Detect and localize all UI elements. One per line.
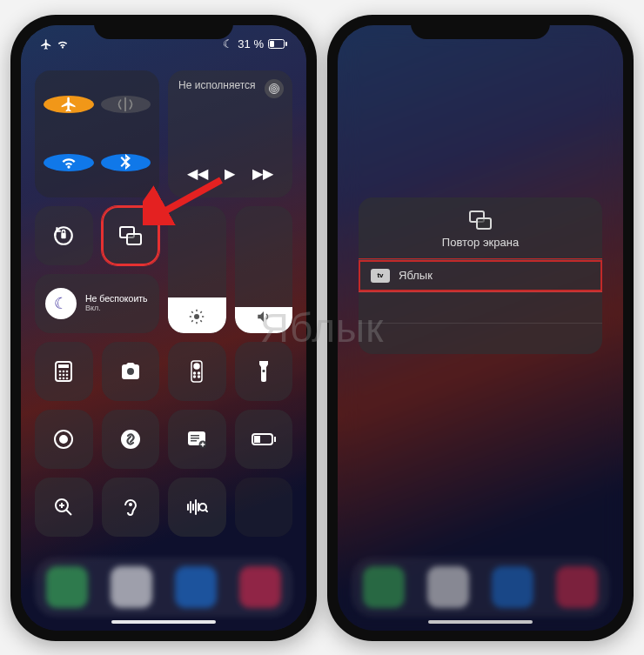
iphone-left: ☾ 31 %: [10, 15, 317, 641]
svg-rect-63: [477, 218, 491, 229]
battery-percent-label: 31 %: [238, 37, 264, 50]
dock-blurred: [352, 558, 609, 617]
apple-tv-remote-button[interactable]: [168, 342, 226, 401]
svg-point-32: [194, 364, 199, 369]
shazam-button[interactable]: [102, 410, 160, 469]
quick-note-button[interactable]: [168, 410, 226, 469]
dock-blurred: [35, 558, 292, 617]
svg-point-36: [198, 376, 200, 378]
media-not-playing-label: Не исполняется: [178, 79, 256, 91]
svg-line-13: [191, 311, 193, 313]
airplane-mode-toggle[interactable]: [44, 96, 94, 113]
svg-line-17: [191, 320, 193, 322]
popup-title-label: Повтор экрана: [442, 236, 519, 249]
low-power-button[interactable]: [235, 410, 293, 469]
svg-point-3: [273, 87, 276, 90]
svg-point-39: [60, 436, 67, 443]
svg-point-53: [129, 503, 132, 506]
svg-point-34: [198, 372, 200, 374]
empty-row: [359, 323, 602, 354]
svg-rect-47: [274, 437, 276, 442]
svg-line-14: [201, 320, 203, 322]
empty-slot: [235, 478, 293, 537]
wifi-status-icon: [57, 38, 69, 50]
svg-rect-42: [191, 435, 199, 437]
svg-point-30: [127, 368, 134, 375]
svg-line-18: [201, 311, 203, 313]
flashlight-button[interactable]: [235, 342, 293, 401]
focus-subtitle-label: Вкл.: [85, 304, 148, 313]
screen-record-button[interactable]: [35, 410, 93, 469]
svg-rect-44: [191, 440, 197, 442]
device-name-label: Яблык: [399, 269, 433, 282]
calculator-button[interactable]: [35, 342, 93, 401]
notch: [411, 15, 550, 39]
rotation-lock-button[interactable]: [35, 206, 93, 265]
dnd-status-icon: ☾: [223, 37, 233, 50]
svg-rect-43: [191, 438, 199, 439]
play-button[interactable]: ▶: [225, 165, 235, 182]
media-module[interactable]: Не исполняется ◀◀ ▶ ▶▶: [168, 70, 292, 197]
svg-rect-1: [270, 41, 274, 47]
battery-icon: [268, 39, 287, 49]
empty-row: [359, 291, 602, 323]
screen-right: Повтор экрана tv Яблык: [338, 25, 623, 631]
svg-line-50: [66, 510, 71, 515]
svg-rect-37: [262, 370, 265, 372]
control-center: Не исполняется ◀◀ ▶ ▶▶: [35, 70, 292, 537]
moon-icon: ☾: [45, 288, 77, 319]
svg-point-33: [194, 372, 196, 374]
airplay-icon[interactable]: [265, 79, 284, 98]
svg-point-27: [59, 377, 62, 379]
home-indicator[interactable]: [428, 620, 533, 624]
notch: [94, 15, 233, 39]
svg-rect-48: [254, 436, 260, 443]
appletv-badge-icon: tv: [371, 269, 390, 283]
svg-point-4: [272, 85, 278, 91]
volume-slider[interactable]: [235, 206, 293, 333]
bluetooth-toggle[interactable]: [101, 154, 151, 171]
svg-point-22: [63, 370, 65, 372]
rewind-button[interactable]: ◀◀: [187, 165, 208, 182]
wifi-toggle[interactable]: [44, 154, 94, 171]
svg-point-10: [194, 314, 199, 319]
svg-point-26: [66, 373, 69, 376]
svg-rect-2: [285, 42, 287, 46]
screen-mirroring-button[interactable]: [102, 206, 160, 265]
sound-recognition-button[interactable]: [168, 478, 226, 537]
svg-point-35: [194, 376, 196, 378]
connectivity-module[interactable]: [35, 70, 159, 197]
svg-point-40: [121, 430, 140, 449]
svg-rect-20: [58, 364, 69, 368]
svg-point-29: [66, 377, 69, 379]
iphone-right: Повтор экрана tv Яблык: [327, 15, 634, 641]
airplane-icon: [40, 38, 52, 50]
hearing-button[interactable]: [102, 478, 160, 537]
svg-point-21: [59, 370, 62, 372]
brightness-icon: [189, 309, 205, 324]
svg-rect-7: [62, 232, 66, 238]
camera-button[interactable]: [102, 342, 160, 401]
home-indicator[interactable]: [111, 620, 216, 624]
brightness-slider[interactable]: [168, 206, 226, 333]
device-row-yablyk[interactable]: tv Яблык: [359, 259, 602, 291]
screen-mirroring-popup: Повтор экрана tv Яблык: [359, 197, 602, 354]
screen-mirroring-icon: [467, 210, 493, 231]
focus-module[interactable]: ☾ Не беспокоить Вкл.: [35, 274, 159, 333]
forward-button[interactable]: ▶▶: [252, 165, 273, 182]
svg-point-24: [59, 373, 62, 376]
svg-rect-9: [127, 234, 141, 244]
svg-line-60: [205, 510, 207, 511]
svg-point-25: [63, 373, 65, 376]
svg-point-23: [66, 370, 69, 372]
magnifier-button[interactable]: [35, 478, 93, 537]
svg-point-28: [63, 377, 65, 379]
cellular-data-toggle[interactable]: [101, 96, 151, 113]
focus-title-label: Не беспокоить: [85, 293, 148, 304]
volume-icon: [256, 309, 272, 324]
screen-left: ☾ 31 %: [21, 25, 306, 631]
